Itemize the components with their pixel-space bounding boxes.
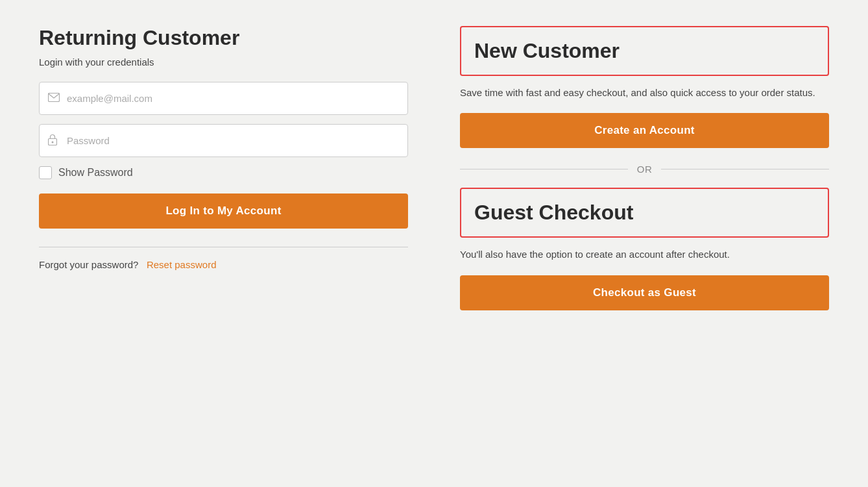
new-customer-title: New Customer (474, 39, 815, 63)
new-customer-description: Save time with fast and easy checkout, a… (460, 85, 829, 100)
returning-customer-section: Returning Customer Login with your crede… (39, 26, 408, 270)
show-password-row: Show Password (39, 166, 408, 179)
or-line-left (460, 169, 628, 169)
or-label: OR (637, 164, 653, 175)
password-input[interactable] (39, 124, 408, 157)
new-customer-section: New Customer Save time with fast and eas… (460, 26, 829, 310)
create-account-button[interactable]: Create an Account (460, 113, 829, 148)
or-line-right (661, 169, 829, 169)
returning-customer-title: Returning Customer (39, 26, 408, 50)
login-button[interactable]: Log In to My Account (39, 194, 408, 229)
new-customer-box: New Customer (460, 26, 829, 76)
checkout-as-guest-button[interactable]: Checkout as Guest (460, 275, 829, 310)
guest-checkout-box: Guest Checkout (460, 188, 829, 238)
guest-checkout-description: You'll also have the option to create an… (460, 247, 829, 262)
reset-password-link[interactable]: Reset password (147, 259, 217, 270)
divider (39, 247, 408, 247)
email-input[interactable] (39, 82, 408, 115)
forgot-password-row: Forgot your password? Reset password (39, 259, 408, 270)
guest-checkout-title: Guest Checkout (474, 201, 815, 225)
email-input-wrapper (39, 82, 408, 115)
show-password-checkbox[interactable] (39, 166, 52, 179)
lock-icon (48, 134, 57, 148)
email-icon (48, 93, 60, 105)
show-password-label[interactable]: Show Password (58, 167, 133, 179)
or-divider: OR (460, 164, 829, 175)
forgot-text: Forgot your password? (39, 259, 138, 270)
page-container: Returning Customer Login with your crede… (39, 26, 829, 310)
password-input-wrapper (39, 124, 408, 157)
returning-customer-subtitle: Login with your credentials (39, 56, 408, 68)
svg-point-2 (52, 141, 54, 143)
